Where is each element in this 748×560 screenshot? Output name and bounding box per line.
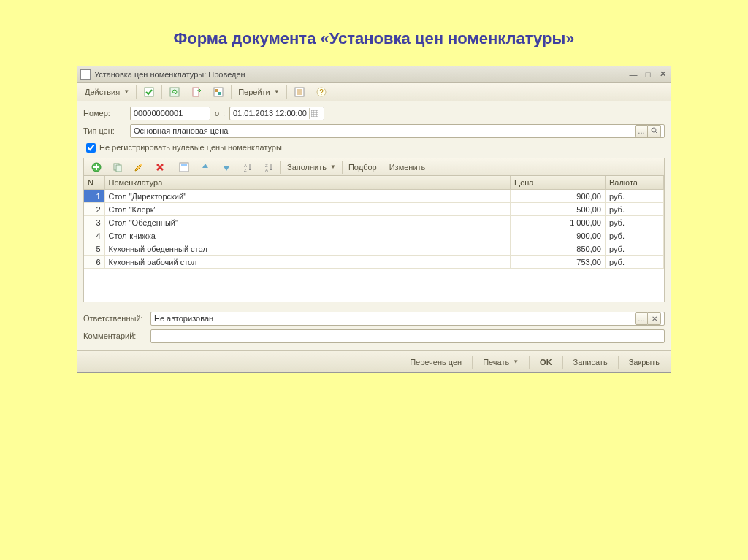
move-up-button[interactable] (195, 160, 215, 174)
select-button[interactable]: … (635, 125, 648, 137)
svg-rect-0 (145, 88, 153, 96)
ok-button[interactable]: OK (533, 355, 559, 369)
price-table[interactable]: N Номенклатура Цена Валюта 1Стол "Директ… (84, 176, 664, 269)
cell-price: 753,00 (511, 256, 606, 269)
cell-nomenclature: Стол "Директорский" (104, 190, 511, 203)
table-row[interactable]: 5Кухонный обеденный стол850,00руб. (84, 242, 664, 256)
svg-rect-1 (170, 88, 179, 96)
footer-fields: Ответственный: Не авторизован … ✕ Коммен… (77, 304, 671, 350)
footer-toolbar: Перечень цен Печать▼ OK Записать Закрыть (77, 350, 671, 372)
cell-price: 900,00 (511, 190, 606, 203)
price-table-wrap: N Номенклатура Цена Валюта 1Стол "Директ… (83, 175, 665, 302)
toolbar-separator (231, 85, 232, 99)
slide-title: Форма документа «Установка цен номенклат… (0, 0, 748, 66)
sort-asc-button[interactable]: AZ (237, 160, 258, 174)
open-button[interactable] (648, 125, 661, 137)
chevron-down-icon: ▼ (513, 358, 519, 365)
cell-nomenclature: Стол "Клерк" (104, 203, 511, 216)
comment-label: Комментарий: (83, 331, 150, 340)
copy-row-button[interactable] (107, 160, 128, 174)
svg-rect-21 (116, 165, 121, 172)
movements-icon (213, 86, 224, 98)
actions-menu[interactable]: Действия ▼ (80, 85, 134, 99)
end-edit-button[interactable] (174, 160, 194, 174)
svg-rect-22 (180, 163, 188, 172)
responsible-value: Не авторизован (154, 314, 213, 323)
list-icon (294, 86, 305, 98)
fill-menu[interactable]: Заполнить▼ (283, 160, 340, 174)
maximize-button[interactable]: □ (643, 69, 653, 80)
pricetype-input[interactable]: Основная плановая цена … (130, 124, 665, 138)
main-toolbar: Действия ▼ Перейти ▼ (77, 83, 671, 101)
help-button[interactable]: ? (311, 85, 332, 99)
table-row[interactable]: 1Стол "Директорский"900,00руб. (84, 190, 664, 203)
add-row-button[interactable] (86, 160, 107, 174)
pricetype-label: Тип цен: (83, 126, 130, 135)
minimize-button[interactable]: — (628, 69, 638, 80)
svg-rect-12 (311, 110, 318, 117)
close-button[interactable]: Закрыть (622, 355, 666, 369)
date-from-label: от: (215, 109, 225, 118)
number-input[interactable]: 00000000001 (130, 107, 210, 120)
window-title: Установка цен номенклатуры: Проведен (94, 70, 628, 79)
refresh-button[interactable] (164, 85, 185, 99)
toolbar-separator (136, 85, 137, 99)
move-down-button[interactable] (216, 160, 237, 174)
goto-doc-button[interactable] (186, 85, 207, 99)
cell-nomenclature: Кухонный рабочий стол (104, 256, 511, 269)
pricelist-button[interactable]: Перечень цен (403, 355, 468, 369)
document-window: Установка цен номенклатуры: Проведен — □… (77, 66, 671, 373)
cell-n: 2 (84, 203, 104, 216)
date-input[interactable]: 01.01.2013 12:00:00 (229, 107, 324, 120)
goto-menu[interactable]: Перейти ▼ (234, 85, 284, 99)
post-icon (143, 86, 155, 98)
svg-text:Z: Z (244, 168, 247, 172)
close-label: Закрыть (629, 358, 660, 367)
delete-row-button[interactable] (150, 160, 170, 174)
col-n[interactable]: N (84, 176, 104, 190)
edit-row-button[interactable] (129, 160, 149, 174)
close-window-button[interactable]: ✕ (657, 69, 668, 80)
toolbar-separator (161, 85, 162, 99)
zero-prices-checkbox[interactable] (86, 143, 96, 153)
col-price[interactable]: Цена (511, 176, 606, 190)
table-row[interactable]: 3Стол "Обеденный"1 000,00руб. (84, 216, 664, 229)
table-toolbar: AZ ZA Заполнить▼ Подбор Изменить (83, 158, 665, 175)
footer-separator (472, 356, 473, 369)
header-fields: Номер: 00000000001 от: 01.01.2013 12:00:… (77, 101, 671, 304)
toolbar-separator (280, 161, 281, 174)
pricetype-value: Основная плановая цена (134, 126, 228, 135)
pick-button[interactable]: Подбор (344, 160, 381, 174)
number-label: Номер: (83, 109, 130, 118)
add-icon (91, 161, 102, 173)
svg-text:?: ? (319, 88, 324, 96)
table-row[interactable]: 2Стол "Клерк"500,00руб. (84, 203, 664, 216)
cell-nomenclature: Стол-книжка (104, 229, 511, 242)
col-currency[interactable]: Валюта (606, 176, 664, 190)
footer-separator (529, 356, 530, 369)
post-button[interactable] (139, 85, 159, 99)
number-value: 00000000001 (134, 109, 183, 118)
pick-label: Подбор (348, 163, 377, 172)
fill-label: Заполнить (287, 163, 327, 172)
settings-button[interactable] (289, 85, 310, 99)
cell-n: 3 (84, 216, 104, 229)
sort-desc-icon: ZA (263, 161, 275, 173)
calendar-icon[interactable] (309, 108, 321, 119)
cell-n: 5 (84, 242, 104, 256)
clear-button[interactable]: ✕ (648, 312, 661, 325)
table-row[interactable]: 4Стол-книжка900,00руб. (84, 229, 664, 242)
table-row[interactable]: 6Кухонный рабочий стол753,00руб. (84, 256, 664, 269)
movements-button[interactable] (208, 85, 229, 99)
cell-n: 6 (84, 256, 104, 269)
responsible-input[interactable]: Не авторизован … ✕ (150, 312, 665, 326)
print-menu[interactable]: Печать▼ (476, 355, 525, 369)
col-nomenclature[interactable]: Номенклатура (104, 176, 511, 190)
footer-separator (618, 356, 619, 369)
select-button[interactable]: … (635, 312, 648, 325)
comment-input[interactable] (150, 329, 665, 343)
cell-price: 1 000,00 (511, 216, 606, 229)
save-button[interactable]: Записать (567, 355, 614, 369)
change-button[interactable]: Изменить (385, 160, 430, 174)
sort-desc-button[interactable]: ZA (259, 160, 279, 174)
